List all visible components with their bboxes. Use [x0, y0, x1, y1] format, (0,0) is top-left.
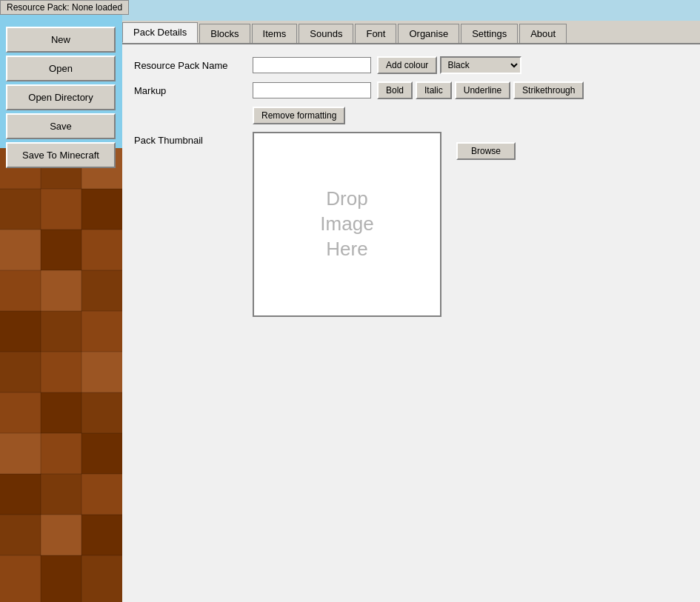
italic-button[interactable]: Italic — [416, 81, 452, 99]
tab-about[interactable]: About — [519, 24, 567, 43]
svg-rect-33 — [81, 555, 122, 602]
svg-rect-19 — [0, 392, 41, 433]
tab-font[interactable]: Font — [355, 24, 396, 43]
svg-rect-6 — [81, 189, 122, 230]
remove-formatting-button[interactable]: Remove formatting — [253, 107, 345, 124]
resource-pack-name-row: Resource Pack Name Add colour BlackDark … — [134, 56, 688, 74]
pack-thumbnail-label: Pack Thumbnail — [134, 132, 253, 146]
markup-input[interactable] — [253, 82, 371, 98]
strikethrough-button[interactable]: Strikethrough — [513, 81, 584, 99]
svg-rect-5 — [41, 189, 81, 230]
content-panel: Resource Pack Name Add colour BlackDark … — [122, 44, 700, 336]
new-button[interactable]: New — [6, 27, 116, 53]
svg-rect-20 — [41, 392, 81, 433]
svg-rect-21 — [81, 392, 122, 433]
remove-formatting-row: Remove formatting — [134, 107, 688, 124]
svg-rect-18 — [81, 352, 122, 392]
markup-row: Markup Bold Italic Underline Strikethrou… — [134, 81, 688, 99]
svg-rect-10 — [0, 270, 41, 311]
add-colour-button[interactable]: Add colour — [377, 56, 437, 74]
color-select[interactable]: BlackDark BlueDark GreenDark AquaDark Re… — [440, 56, 521, 74]
svg-rect-7 — [0, 230, 41, 270]
svg-rect-8 — [41, 230, 81, 270]
svg-rect-15 — [81, 311, 122, 352]
tab-blocks[interactable]: Blocks — [199, 24, 250, 43]
open-button[interactable]: Open — [6, 56, 116, 81]
svg-rect-9 — [81, 230, 122, 270]
browse-button[interactable]: Browse — [456, 142, 516, 160]
svg-rect-25 — [0, 474, 41, 515]
svg-rect-13 — [0, 311, 41, 352]
resource-pack-name-input[interactable] — [253, 57, 371, 73]
svg-rect-17 — [41, 352, 81, 392]
svg-rect-23 — [41, 433, 81, 474]
svg-rect-31 — [0, 555, 41, 602]
svg-rect-12 — [81, 270, 122, 311]
save-button[interactable]: Save — [6, 113, 116, 139]
pack-thumbnail-row: Pack Thumbnail DropImageHere Browse — [134, 132, 688, 317]
svg-rect-27 — [81, 474, 122, 515]
main-content: Pack Details Blocks Items Sounds Font Or… — [122, 21, 700, 602]
svg-rect-28 — [0, 515, 41, 555]
browse-area: Browse — [456, 132, 516, 160]
format-buttons: Bold Italic Underline Strikethrough — [377, 81, 584, 99]
underline-button[interactable]: Underline — [455, 81, 510, 99]
tab-items[interactable]: Items — [252, 24, 298, 43]
save-to-minecraft-button[interactable]: Save To Minecraft — [6, 142, 116, 168]
open-directory-button[interactable]: Open Directory — [6, 84, 116, 110]
tab-settings[interactable]: Settings — [461, 24, 518, 43]
svg-rect-30 — [81, 515, 122, 555]
svg-rect-24 — [81, 433, 122, 474]
bold-button[interactable]: Bold — [377, 81, 413, 99]
drop-image-text: DropImageHere — [320, 187, 373, 261]
svg-rect-14 — [41, 311, 81, 352]
sidebar: New Open Open Directory Save Save To Min… — [0, 21, 119, 174]
svg-rect-32 — [41, 555, 81, 602]
svg-rect-26 — [41, 474, 81, 515]
color-controls: Add colour BlackDark BlueDark GreenDark … — [377, 56, 521, 74]
svg-rect-29 — [41, 515, 81, 555]
thumbnail-drop-zone[interactable]: DropImageHere — [253, 132, 441, 317]
markup-label: Markup — [134, 85, 253, 96]
svg-rect-16 — [0, 352, 41, 392]
svg-rect-22 — [0, 433, 41, 474]
title-bar: Resource Pack: None loaded — [0, 0, 129, 15]
svg-rect-4 — [0, 189, 41, 230]
tab-sounds[interactable]: Sounds — [299, 24, 353, 43]
svg-rect-11 — [41, 270, 81, 311]
tab-organise[interactable]: Organise — [398, 24, 459, 43]
tab-bar: Pack Details Blocks Items Sounds Font Or… — [122, 21, 700, 44]
tab-pack-details[interactable]: Pack Details — [122, 22, 198, 43]
resource-pack-name-label: Resource Pack Name — [134, 60, 253, 71]
